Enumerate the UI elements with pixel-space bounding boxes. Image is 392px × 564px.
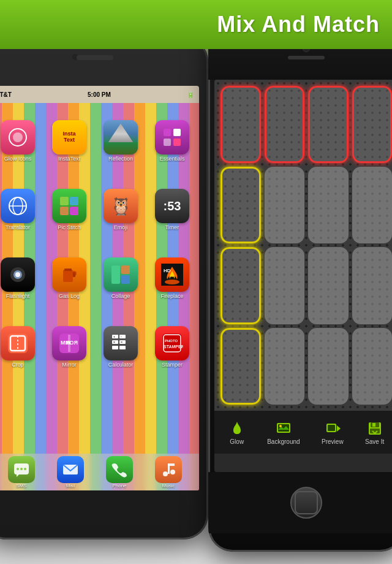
app-glow-icons[interactable]: Glow Icons: [0, 108, 42, 174]
app-label-flashlight: Flashlight: [6, 293, 30, 299]
app-label-emoji: Emoji: [114, 224, 128, 231]
toolbar-glow-btn[interactable]: Glow: [228, 420, 246, 445]
svg-point-59: [279, 425, 282, 427]
icon-slot-r2c3[interactable]: [352, 247, 393, 324]
app-instatext[interactable]: InstaText InstaText: [45, 108, 94, 174]
app-calculator[interactable]: + - × = Calculator: [96, 314, 145, 380]
app-label-gaslog: Gas Log: [59, 293, 80, 299]
status-bar: AT&T 5:00 PM 🔋: [0, 86, 199, 103]
dock: SMS Mail Phone Music: [0, 454, 199, 490]
svg-rect-22: [121, 275, 130, 284]
svg-marker-48: [17, 474, 19, 477]
right-toolbar: Glow Background: [214, 411, 392, 454]
svg-text:PHOTO: PHOTO: [165, 339, 178, 343]
svg-text:HD: HD: [164, 268, 171, 273]
app-translator[interactable]: Translator: [0, 177, 42, 243]
svg-rect-19: [73, 272, 75, 277]
svg-rect-3: [173, 129, 181, 136]
home-button-inner: [295, 491, 318, 514]
toolbar-preview-btn[interactable]: Preview: [322, 420, 344, 445]
icon-slot-r3c3[interactable]: [352, 328, 393, 405]
app-label-fireplace: Fireplace: [160, 293, 183, 299]
app-stamper[interactable]: PHOTO STAMPER Stamper: [148, 314, 197, 380]
toolbar-background-label: Background: [267, 438, 300, 445]
app-label-calculator: Calculator: [108, 362, 134, 368]
toolbar-saveit-btn[interactable]: Save It: [365, 420, 384, 445]
svg-rect-20: [111, 265, 120, 284]
svg-rect-21: [121, 265, 130, 274]
svg-rect-56: [168, 463, 175, 466]
dock-phone[interactable]: Phone: [106, 456, 133, 489]
svg-point-53: [163, 471, 168, 476]
toolbar-saveit-label: Save It: [365, 438, 384, 445]
icon-slot-r2c2[interactable]: [308, 247, 349, 324]
icon-slot-r1c0[interactable]: [221, 167, 261, 244]
icon-slot-r3c1[interactable]: [265, 328, 305, 405]
dock-label-phone: Phone: [112, 483, 126, 489]
svg-rect-35: [112, 346, 118, 349]
app-label-stamper: Stamper: [162, 362, 183, 368]
app-crop[interactable]: Crop: [0, 314, 42, 380]
app-picstitch[interactable]: Pic Stitch: [45, 177, 94, 243]
left-screen: AT&T 5:00 PM 🔋 Glow Icons InstaText Inst…: [0, 86, 199, 490]
svg-rect-16: [63, 270, 73, 282]
icon-slot-r0c2[interactable]: [308, 86, 349, 163]
svg-point-24: [165, 280, 179, 284]
icon-slot-r1c1[interactable]: [265, 167, 305, 244]
toolbar-background-btn[interactable]: Background: [267, 420, 300, 445]
right-iphone: Glow Background: [208, 25, 392, 552]
dock-label-music: Music: [162, 483, 175, 489]
app-grid: Glow Icons InstaText InstaText Reflectio…: [0, 103, 199, 454]
svg-point-49: [17, 468, 19, 470]
right-speaker: [288, 56, 325, 59]
dock-sms[interactable]: SMS: [8, 456, 35, 489]
app-label-collage: Collage: [111, 293, 130, 299]
svg-rect-9: [60, 197, 69, 205]
svg-point-15: [15, 272, 20, 277]
preview-icon: [324, 420, 341, 437]
lego-grid: [214, 80, 392, 411]
icon-slots: [221, 86, 392, 405]
icon-slot-r0c1[interactable]: [265, 86, 305, 163]
icon-slot-r1c2[interactable]: [308, 167, 349, 244]
header-title: Mix And Match: [217, 12, 380, 37]
svg-rect-65: [372, 423, 375, 427]
app-label-timer: Timer: [165, 224, 179, 231]
left-iphone: AT&T 5:00 PM 🔋 Glow Icons InstaText Inst…: [0, 37, 208, 539]
app-reflection[interactable]: Reflection: [96, 108, 145, 174]
carrier: AT&T: [0, 91, 12, 98]
icon-slot-r0c0[interactable]: [221, 86, 261, 163]
app-timer[interactable]: :53 Timer: [148, 177, 197, 243]
icon-slot-r1c3[interactable]: [352, 167, 393, 244]
svg-rect-12: [70, 207, 78, 215]
app-label-instatext: InstaText: [58, 156, 80, 162]
icon-slot-r2c0[interactable]: [221, 247, 261, 324]
app-gaslog[interactable]: Gas Log: [45, 245, 94, 311]
toolbar-preview-label: Preview: [322, 438, 344, 445]
app-collage[interactable]: Collage: [96, 245, 145, 311]
icon-slot-r2c1[interactable]: [265, 247, 305, 324]
icon-slot-r0c3[interactable]: [352, 86, 393, 163]
app-label-reflection: Reflection: [108, 156, 133, 162]
app-label-mirror: Mirror: [62, 362, 77, 368]
app-essentials[interactable]: Essentials: [148, 108, 197, 174]
svg-point-54: [170, 470, 175, 474]
app-flashlight[interactable]: Flashlight: [0, 245, 42, 311]
toolbar-glow-label: Glow: [230, 438, 244, 445]
svg-rect-10: [70, 197, 78, 205]
app-fireplace[interactable]: HD Fireplace: [148, 245, 197, 311]
saveit-icon: [366, 420, 383, 437]
svg-text:=: =: [121, 340, 123, 344]
svg-rect-5: [173, 139, 181, 146]
icon-slot-r3c2[interactable]: [308, 328, 349, 405]
dock-label-sms: SMS: [16, 483, 26, 489]
icon-slot-r3c0[interactable]: [221, 328, 261, 405]
svg-rect-38: [119, 346, 126, 349]
dock-mail[interactable]: Mail: [57, 456, 84, 489]
app-emoji[interactable]: 🦉 Emoji: [96, 177, 145, 243]
home-button[interactable]: [290, 487, 322, 519]
dock-music[interactable]: Music: [155, 456, 182, 489]
background-icon: [275, 420, 292, 437]
right-screen: Glow Background: [214, 80, 392, 472]
app-mirror[interactable]: MIR ROR Mirror: [45, 314, 94, 380]
